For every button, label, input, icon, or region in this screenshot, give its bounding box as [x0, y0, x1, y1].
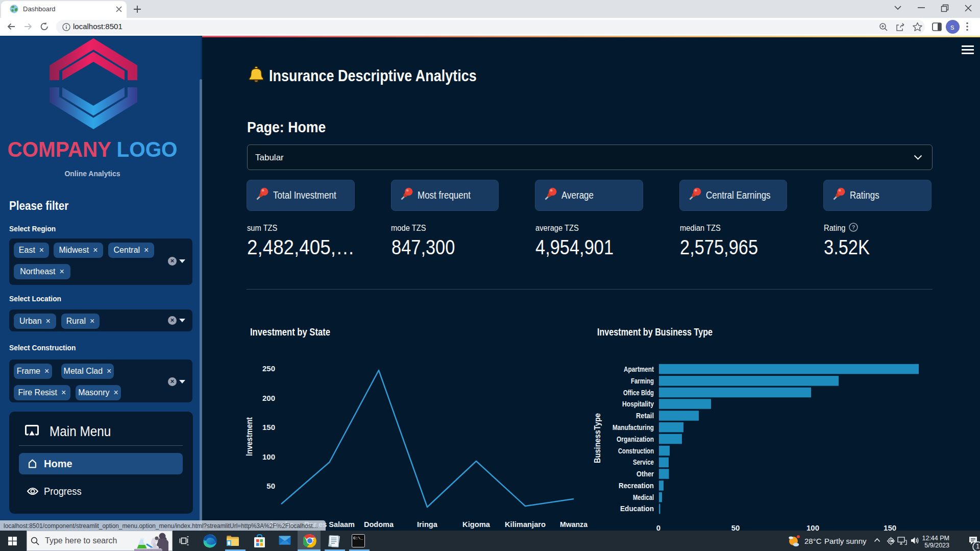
svg-text:Medical: Medical [633, 493, 654, 501]
svg-text:Education: Education [620, 504, 654, 513]
svg-text:Apartment: Apartment [624, 365, 654, 373]
svg-text:Office Bldg: Office Bldg [623, 388, 654, 397]
svg-text:Kilimanjaro: Kilimanjaro [505, 520, 546, 529]
svg-text:?: ? [852, 224, 855, 230]
svg-text:Dodoma: Dodoma [364, 520, 394, 529]
svg-text:Recreation: Recreation [619, 481, 654, 490]
svg-text:150: 150 [884, 523, 896, 531]
svg-text:Iringa: Iringa [417, 520, 438, 529]
svg-text:Service: Service [633, 458, 654, 466]
svg-text:250: 250 [262, 364, 275, 373]
svg-text:100: 100 [806, 523, 819, 531]
svg-text:Other: Other [636, 469, 654, 478]
svg-text:Farming: Farming [631, 376, 654, 385]
svg-text:Investment by State: Investment by State [250, 326, 330, 338]
svg-text:50: 50 [731, 523, 740, 531]
svg-text:100: 100 [262, 452, 275, 461]
svg-text:Hospitality: Hospitality [622, 399, 654, 408]
svg-text:0: 0 [656, 523, 660, 531]
svg-text:Construction: Construction [618, 446, 654, 455]
svg-text:BusinessType: BusinessType [593, 413, 602, 463]
svg-text:Kigoma: Kigoma [462, 520, 491, 529]
svg-text:Mwanza: Mwanza [560, 520, 588, 529]
svg-text:Manufacturing: Manufacturing [612, 423, 654, 432]
svg-text:50: 50 [266, 482, 275, 490]
svg-text:C:\_: C:\_ [353, 536, 363, 540]
svg-text:Retail: Retail [636, 411, 654, 420]
svg-text:Organization: Organization [617, 435, 654, 443]
svg-text:Investment: Investment [245, 417, 254, 456]
svg-text:Investment by Business Type: Investment by Business Type [597, 326, 713, 338]
svg-text:150: 150 [262, 423, 275, 432]
svg-text:200: 200 [262, 394, 275, 402]
